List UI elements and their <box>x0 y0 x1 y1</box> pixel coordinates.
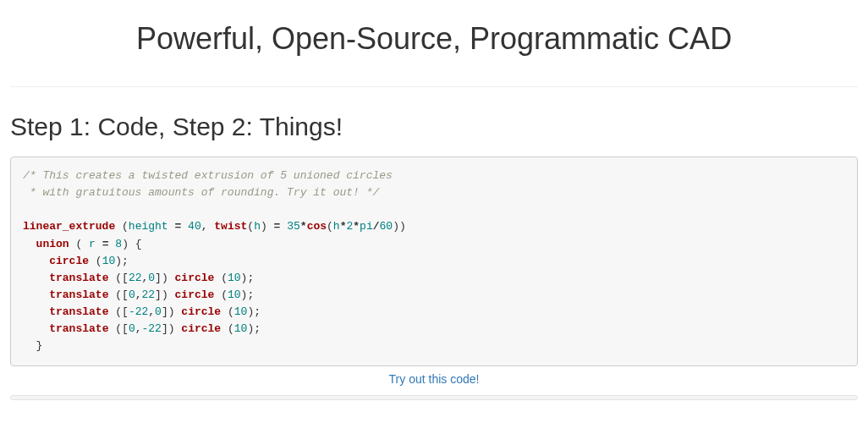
section-heading: Step 1: Code, Step 2: Things! <box>10 113 858 141</box>
code-num: 60 <box>380 220 393 233</box>
code-paren: ( <box>115 322 122 335</box>
code-var: height <box>129 220 168 233</box>
code-func: union <box>36 238 69 250</box>
code-func: circle <box>175 272 215 284</box>
code-func: circle <box>49 255 89 267</box>
code-paren: ) <box>393 220 399 233</box>
code-paren: ( <box>228 305 234 318</box>
code-var: r <box>89 238 96 250</box>
code-paren: ( <box>115 288 122 301</box>
code-func: translate <box>49 272 108 284</box>
divider <box>10 86 858 87</box>
code-func: linear_extrude <box>23 220 115 233</box>
code-paren: ( <box>122 220 129 233</box>
hero-title: Powerful, Open-Source, Programmatic CAD <box>0 21 868 57</box>
code-func: twist <box>214 220 247 233</box>
code-paren: ( <box>75 238 82 250</box>
code-op: * <box>353 220 360 233</box>
code-func: translate <box>49 322 108 335</box>
code-paren: ) <box>247 322 254 335</box>
code-comment: * with gratuitous amounts of rounding. T… <box>23 186 379 199</box>
code-paren: ( <box>115 305 122 318</box>
code-paren: ) <box>122 238 129 250</box>
hero: Powerful, Open-Source, Programmatic CAD <box>0 0 868 86</box>
code-paren: ) <box>241 288 248 301</box>
code-func: translate <box>49 305 108 318</box>
code-paren: ( <box>221 288 228 301</box>
code-num: 10 <box>102 255 116 267</box>
code-num: 10 <box>234 322 248 335</box>
code-num: 10 <box>228 288 241 301</box>
code-block: /* This creates a twisted extrusion of 5… <box>10 157 858 366</box>
main-section: Step 1: Code, Step 2: Things! /* This cr… <box>0 113 868 392</box>
code-op: = <box>102 238 109 250</box>
code-paren: ( <box>327 220 333 233</box>
code-op: / <box>373 220 380 233</box>
code-num: 10 <box>228 272 241 284</box>
code-paren: ) <box>247 305 254 318</box>
code-num: -22 <box>142 322 162 335</box>
code-paren: ) <box>162 288 168 301</box>
code-num: 0 <box>155 305 162 318</box>
code-var: h <box>254 220 261 233</box>
code-var: h <box>333 220 340 233</box>
code-num: 35 <box>287 220 300 233</box>
code-func: circle <box>175 288 215 301</box>
code-num: 22 <box>129 272 142 284</box>
code-paren: ( <box>96 255 102 267</box>
code-paren: ( <box>115 272 122 284</box>
code-paren: ) <box>241 272 248 284</box>
code-brace: { <box>135 238 142 250</box>
code-num: 10 <box>234 305 248 318</box>
try-code-link[interactable]: Try out this code! <box>389 372 480 386</box>
code-brace: } <box>36 339 43 352</box>
code-num: 0 <box>129 288 135 301</box>
code-paren: ) <box>162 272 168 284</box>
code-op: * <box>300 220 307 233</box>
code-paren: ) <box>115 255 122 267</box>
code-op: = <box>274 220 281 233</box>
code-func: circle <box>181 305 221 318</box>
bottom-panel <box>10 395 858 400</box>
code-func: translate <box>49 288 108 301</box>
code-var: pi <box>360 220 373 233</box>
code-func: cos <box>307 220 327 233</box>
code-paren: ( <box>247 220 254 233</box>
code-num: 40 <box>188 220 201 233</box>
code-num: -22 <box>129 305 148 318</box>
code-num: 8 <box>115 238 122 250</box>
code-func: circle <box>181 322 221 335</box>
code-paren: ) <box>399 220 406 233</box>
code-num: 22 <box>142 288 156 301</box>
code-paren: ( <box>228 322 234 335</box>
try-link-wrap: Try out this code! <box>10 366 858 392</box>
code-num: 0 <box>148 272 155 284</box>
code-paren: ) <box>168 322 175 335</box>
code-paren: ( <box>221 272 228 284</box>
code-comment: /* This creates a twisted extrusion of 5… <box>23 169 393 182</box>
code-num: 0 <box>129 322 135 335</box>
code-op: = <box>174 220 181 233</box>
code-paren: ) <box>168 305 175 318</box>
code-paren: ) <box>261 220 267 233</box>
